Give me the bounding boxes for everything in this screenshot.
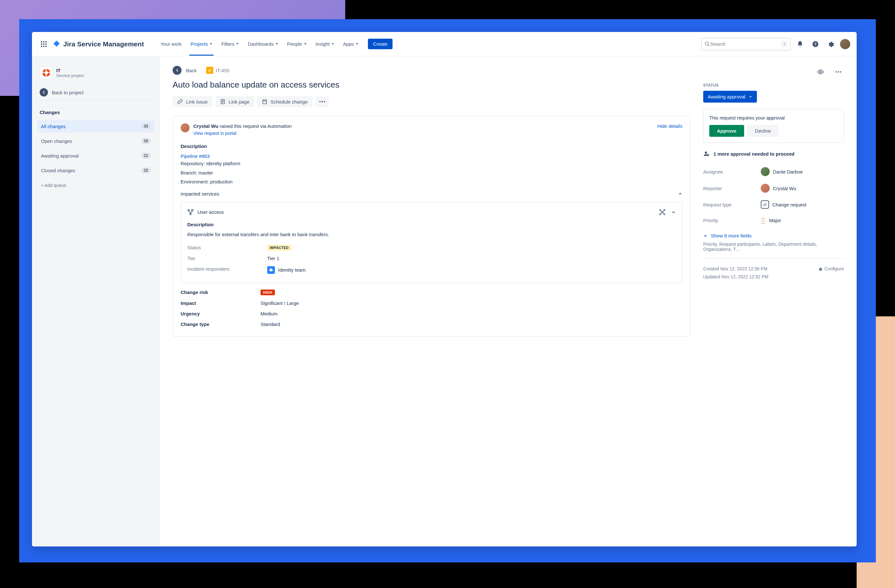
queue-count: 11 bbox=[141, 153, 150, 159]
svg-point-22 bbox=[664, 209, 665, 210]
svg-line-18 bbox=[189, 211, 190, 213]
issue-key[interactable]: ⇄ IT-455 bbox=[206, 67, 229, 74]
svg-line-26 bbox=[663, 211, 664, 212]
help-icon[interactable]: ? bbox=[809, 38, 821, 50]
chevron-up-icon bbox=[678, 191, 683, 196]
more-actions-button[interactable] bbox=[316, 96, 329, 107]
issue-content: Back ⇄ IT-455 Auto load balance update o… bbox=[160, 56, 703, 547]
schedule-change-button[interactable]: Schedule change bbox=[257, 96, 312, 107]
more-icon[interactable] bbox=[833, 66, 844, 78]
change-type-label: Change type bbox=[181, 321, 261, 327]
change-risk-label: Change risk bbox=[181, 289, 261, 295]
queue-all-changes[interactable]: All changes33 bbox=[37, 120, 155, 132]
search-box[interactable]: / bbox=[701, 38, 791, 50]
request-type-label: Request type bbox=[703, 202, 761, 208]
back-button[interactable] bbox=[173, 66, 182, 75]
assignee-value[interactable]: Dante Darboe bbox=[761, 167, 802, 176]
updated-timestamp: Updated Nov 12, 2022 12:52 PM bbox=[703, 273, 844, 281]
pipeline-link[interactable]: Pipeline #863 bbox=[181, 153, 210, 159]
more-icon bbox=[319, 101, 325, 102]
settings-icon[interactable] bbox=[825, 38, 837, 50]
service-card: User access Description Responsible for … bbox=[181, 202, 683, 283]
view-in-portal-link[interactable]: View request in portal bbox=[193, 131, 291, 136]
change-type-icon: ⇄ bbox=[206, 67, 213, 74]
more-fields-preview: Priority, Request participants, Labels, … bbox=[703, 242, 844, 259]
chevron-down-icon bbox=[304, 43, 306, 45]
desc-branch: Branch: master bbox=[181, 168, 683, 178]
queue-open-changes[interactable]: Open changes10 bbox=[37, 135, 155, 147]
svg-text:?: ? bbox=[814, 41, 817, 46]
chevron-down-icon bbox=[356, 43, 358, 45]
link-page-button[interactable]: Link page bbox=[215, 96, 254, 107]
status-label: Status bbox=[187, 245, 267, 250]
sidebar: 🛟 IT Service project Back to project Cha… bbox=[32, 56, 160, 547]
configure-link[interactable]: Configure bbox=[818, 265, 844, 273]
nav-insight[interactable]: Insight bbox=[312, 39, 338, 49]
page-icon bbox=[220, 99, 226, 105]
impact-label: Impact bbox=[181, 300, 261, 306]
chevron-down-icon bbox=[276, 43, 278, 45]
svg-point-14 bbox=[324, 101, 325, 102]
reporter-value[interactable]: Crystal Wu bbox=[761, 184, 796, 193]
tier-label: Tier bbox=[187, 256, 267, 261]
create-button[interactable]: Create bbox=[368, 39, 393, 49]
nav-your-work[interactable]: Your work bbox=[156, 39, 185, 49]
decline-button[interactable]: Decline bbox=[747, 125, 779, 137]
impacted-services-toggle[interactable]: Impacted services bbox=[181, 186, 683, 201]
project-icon: 🛟 bbox=[39, 67, 52, 79]
user-avatar[interactable] bbox=[840, 39, 850, 49]
service-name: User access bbox=[197, 209, 224, 215]
add-queue[interactable]: + Add queue bbox=[37, 179, 155, 192]
search-input[interactable] bbox=[710, 41, 781, 47]
svg-point-17 bbox=[190, 213, 191, 215]
requester-avatar bbox=[181, 123, 190, 132]
status-dropdown[interactable]: Awaiting approval bbox=[703, 91, 757, 103]
hide-details-link[interactable]: Hide details bbox=[657, 123, 683, 129]
nav-projects[interactable]: Projects bbox=[187, 39, 216, 49]
impact-value: Significant / Large bbox=[261, 300, 299, 306]
queue-awaiting-approval[interactable]: Awaiting approval11 bbox=[37, 150, 155, 162]
dependency-icon[interactable] bbox=[659, 209, 666, 215]
status-badge: IMPACTED bbox=[267, 245, 291, 250]
svg-line-27 bbox=[661, 212, 662, 214]
approval-card: This request requires your approval Appr… bbox=[703, 109, 844, 143]
show-more-fields[interactable]: Show 8 more fields bbox=[703, 233, 844, 238]
assignee-label: Assignee bbox=[703, 169, 761, 174]
svg-line-19 bbox=[191, 211, 192, 213]
logo[interactable]: Jira Service Management bbox=[52, 40, 144, 48]
top-nav: Jira Service Management Your work Projec… bbox=[32, 32, 857, 56]
service-desc-heading: Description bbox=[187, 222, 676, 227]
nav-apps[interactable]: Apps bbox=[339, 39, 362, 49]
request-type-value[interactable]: ⇄Change request bbox=[761, 200, 807, 209]
svg-point-13 bbox=[322, 101, 323, 102]
link-issue-button[interactable]: Link Issue bbox=[173, 96, 212, 107]
assignee-avatar bbox=[761, 167, 770, 176]
svg-point-24 bbox=[664, 214, 665, 215]
queue-closed-changes[interactable]: Closed changes12 bbox=[37, 164, 155, 176]
app-switcher-icon[interactable] bbox=[38, 39, 49, 50]
svg-line-25 bbox=[661, 211, 662, 212]
queue-count: 10 bbox=[141, 138, 150, 144]
watch-icon[interactable] bbox=[815, 66, 827, 78]
svg-point-34 bbox=[705, 152, 707, 154]
project-header[interactable]: 🛟 IT Service project bbox=[37, 64, 155, 82]
svg-point-0 bbox=[705, 42, 708, 45]
calendar-icon bbox=[262, 99, 267, 105]
nav-filters[interactable]: Filters bbox=[217, 39, 243, 49]
service-icon bbox=[187, 209, 194, 215]
desc-repo: Repository: Identity platform bbox=[181, 159, 683, 168]
chevron-down-icon bbox=[749, 95, 752, 99]
project-subtitle: Service project bbox=[56, 73, 84, 78]
desc-env: Environment: production bbox=[181, 177, 683, 186]
nav-people[interactable]: People bbox=[283, 39, 310, 49]
priority-value[interactable]: ︿︿︿Major bbox=[761, 216, 781, 224]
nav-dashboards[interactable]: Dashboards bbox=[244, 39, 282, 49]
search-icon bbox=[704, 41, 710, 47]
notifications-icon[interactable] bbox=[794, 38, 806, 50]
responders-value: Identity team bbox=[278, 267, 306, 273]
chevron-up-icon[interactable] bbox=[671, 210, 676, 214]
back-to-project[interactable]: Back to project bbox=[37, 84, 155, 101]
svg-line-28 bbox=[663, 212, 664, 214]
approve-button[interactable]: Approve bbox=[709, 125, 744, 137]
svg-point-32 bbox=[838, 71, 839, 73]
